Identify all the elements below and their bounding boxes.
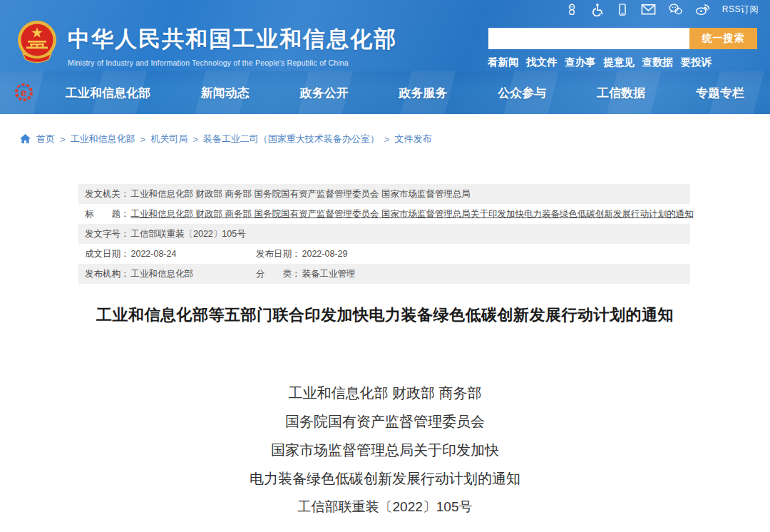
mail-icon[interactable] [641, 3, 656, 16]
wechat-icon[interactable] [668, 3, 683, 16]
breadcrumb-miit[interactable]: 工业和信息化部 [71, 133, 135, 145]
document-body-line: 国务院国有资产监督管理委员会 [0, 407, 770, 436]
meta-value: 工业和信息化部 财政部 商务部 国务院国有资产监督管理委员会 国家市场监督管理总… [131, 188, 471, 200]
site-header: RSS订阅 中华人民共和国工业和信息化部 Min [0, 0, 770, 114]
breadcrumb-separator: > [140, 134, 146, 145]
page: RSS订阅 中华人民共和国工业和信息化部 Min [0, 0, 770, 532]
nav-item-news[interactable]: 新闻动态 [201, 85, 250, 101]
meta-label: 发布机构： [85, 268, 130, 280]
nav-item-gov-disclosure[interactable]: 政务公开 [300, 85, 349, 101]
meta-value: 2022-08-29 [302, 249, 348, 259]
site-title-en: Ministry of Industry and Information Tec… [68, 58, 397, 67]
mascot-icon[interactable] [565, 3, 578, 16]
quick-link-feedback[interactable]: 提意见 [603, 56, 635, 69]
meta-value: 工业和信息化部 [131, 268, 194, 280]
meta-label: 成文日期： [85, 248, 130, 260]
search-button[interactable]: 统一搜索 [689, 28, 757, 49]
miit-gear-logo-icon: e [14, 83, 34, 102]
document-body-line: 电力装备绿色低碳创新发展行动计划的通知 [0, 464, 770, 493]
document-number-line: 工信部联重装〔2022〕105号 [0, 493, 770, 521]
weibo-icon[interactable] [695, 3, 710, 16]
document-body: 工业和信息化部 财政部 商务部 国务院国有资产监督管理委员会 国家市场监督管理总… [0, 379, 770, 521]
meta-value: 装备工业管理 [302, 268, 356, 280]
breadcrumb-separator: > [192, 134, 198, 145]
meta-row-dates: 成文日期： 2022-08-24 发布日期： 2022-08-29 [78, 244, 690, 264]
breadcrumb: 首页 > 工业和信息化部 > 机关司局 > 装备工业二司（国家重大技术装备办公室… [0, 114, 770, 145]
breadcrumb-home[interactable]: 首页 [36, 133, 55, 145]
nav-item-special-topics[interactable]: 专题专栏 [696, 85, 744, 101]
meta-row-issuing-agency: 发文机关： 工业和信息化部 财政部 商务部 国务院国有资产监督管理委员会 国家市… [78, 184, 690, 204]
mobile-icon[interactable] [616, 3, 629, 16]
meta-value: 2022-08-24 [131, 249, 177, 259]
meta-label: 标 题： [85, 208, 130, 220]
main-nav: e 工业和信息化部 新闻动态 政务公开 政务服务 公众参与 工信数据 专题专栏 [0, 71, 770, 114]
document-body-line: 工业和信息化部 财政部 商务部 [0, 379, 770, 407]
document-body-line: 国家市场监督管理总局关于印发加快 [0, 436, 770, 464]
nav-item-public-participation[interactable]: 公众参与 [498, 85, 546, 101]
breadcrumb-separator: > [384, 134, 390, 145]
quick-link-files[interactable]: 找文件 [526, 56, 558, 69]
accessibility-icon[interactable] [590, 3, 604, 16]
document-meta-table: 发文机关： 工业和信息化部 财政部 商务部 国务院国有资产监督管理委员会 国家市… [78, 184, 690, 284]
nav-item-miit-data[interactable]: 工信数据 [597, 85, 645, 101]
svg-text:e: e [21, 86, 26, 98]
nav-item-miit[interactable]: 工业和信息化部 [66, 85, 150, 101]
quick-link-data[interactable]: 查数据 [642, 56, 673, 69]
quick-link-news[interactable]: 看新闻 [488, 56, 519, 69]
brand-row: 中华人民共和国工业和信息化部 Ministry of Industry and … [0, 19, 770, 71]
meta-row-publisher-category: 发布机构： 工业和信息化部 分 类： 装备工业管理 [78, 264, 690, 284]
topbar: RSS订阅 [0, 0, 770, 19]
national-emblem-logo [16, 20, 58, 64]
quick-link-services[interactable]: 查办事 [565, 56, 596, 69]
breadcrumb-departments[interactable]: 机关司局 [150, 133, 188, 145]
rss-subscribe-link[interactable]: RSS订阅 [722, 4, 759, 16]
meta-row-doc-number: 发文字号： 工信部联重装〔2022〕105号 [78, 224, 690, 244]
search-input[interactable] [488, 28, 689, 49]
breadcrumb-document-release[interactable]: 文件发布 [394, 133, 431, 145]
meta-value: 工信部联重装〔2022〕105号 [131, 228, 246, 240]
site-title: 中华人民共和国工业和信息化部 [68, 24, 397, 54]
document-title: 工业和信息化部等五部门联合印发加快电力装备绿色低碳创新发展行动计划的通知 [0, 305, 770, 326]
meta-label: 分 类： [256, 268, 301, 280]
breadcrumb-separator: > [60, 134, 66, 145]
meta-label: 发布日期： [256, 248, 301, 260]
home-icon[interactable] [20, 134, 31, 144]
meta-label: 发文字号： [85, 228, 130, 240]
meta-label: 发文机关： [85, 188, 130, 200]
content-area: 发文机关： 工业和信息化部 财政部 商务部 国务院国有资产监督管理委员会 国家市… [0, 184, 770, 521]
meta-title-link[interactable]: 工业和信息化部 财政部 商务部 国务院国有资产监督管理委员会 国家市场监督管理总… [131, 208, 694, 220]
search-box: 统一搜索 [488, 28, 757, 49]
breadcrumb-equipment-dept[interactable]: 装备工业二司（国家重大技术装备办公室） [203, 133, 379, 145]
quick-link-complaint[interactable]: 要投诉 [680, 56, 712, 69]
meta-row-title: 标 题： 工业和信息化部 财政部 商务部 国务院国有资产监督管理委员会 国家市场… [78, 204, 690, 224]
nav-item-gov-services[interactable]: 政务服务 [399, 85, 447, 101]
quick-links: 看新闻 找文件 查办事 提意见 查数据 要投诉 [488, 56, 712, 69]
